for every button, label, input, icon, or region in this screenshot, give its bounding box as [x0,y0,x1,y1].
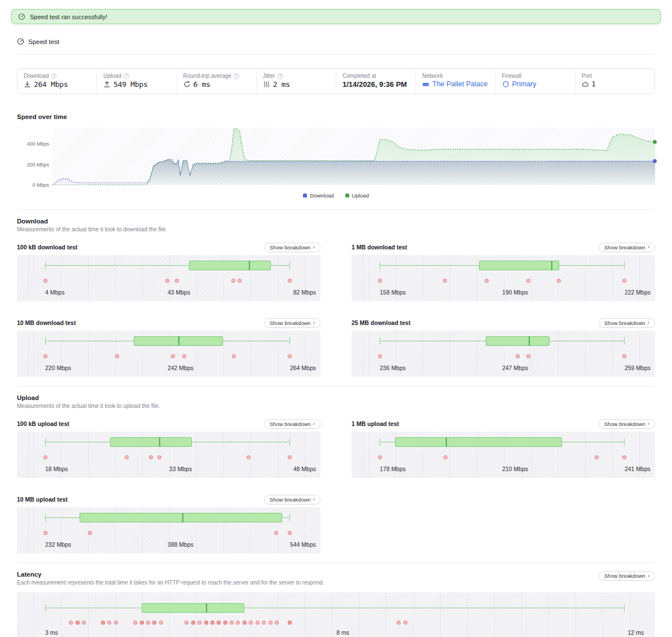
sample-dot [443,455,447,459]
chevron-right-icon: › [313,497,315,502]
info-icon[interactable]: ? [277,73,283,79]
boxplot-chart: 4 Mbps43 Mbps82 Mbps [17,255,320,301]
stat-value: 1 [582,80,648,88]
sample-dot [262,621,266,625]
stat-label: Download? [24,73,90,79]
stat-value[interactable]: The Pallet Palace (5... [422,80,489,88]
speed-area-chart [52,128,655,185]
sample-dot [288,279,292,283]
stat-label: Jitter? [263,73,330,79]
sample-dot [378,455,382,459]
info-icon[interactable]: ? [51,73,56,79]
1-mb-download-test-card: 1 MB download testShow breakdown›158 Mbp… [352,243,655,301]
legend-swatch [303,194,307,197]
boxplot-box [189,261,270,270]
sample-dot [223,621,227,625]
test-title: 10 MB download test [17,319,76,326]
show-breakdown-button[interactable]: Show breakdown› [599,419,655,429]
sample-dot [101,621,105,625]
stat-value: 6 ms [183,80,250,89]
sample-dot [238,279,241,283]
sample-dot [247,455,251,459]
card-header: 10 MB download testShow breakdown› [17,318,320,327]
stat-port: Port1 [575,69,655,94]
banner-text: Speed test ran successfully! [30,14,107,20]
show-breakdown-button[interactable]: Show breakdown› [264,243,320,252]
axis-max-label: 264 Mbps [290,364,316,371]
sample-dot [622,455,626,459]
show-breakdown-button[interactable]: Show breakdown› [599,318,655,328]
sample-dot [516,354,520,358]
100-kb-upload-test-card: 100 kB upload testShow breakdown›18 Mbps… [17,419,320,478]
sample-dot [622,354,626,358]
axis-max-label: 259 Mbps [625,364,651,371]
latency-section: Latency Each measurement represents the … [17,563,655,637]
axis-mid-label: 388 Mbps [168,541,194,548]
section-title: Upload [17,394,655,401]
card-header: 100 kB download testShow breakdown› [17,243,320,252]
sample-dot [43,455,47,459]
sample-dot [526,354,530,358]
sample-dot [159,621,163,625]
boxplot-median [446,437,447,447]
axis-labels: 18 Mbps33 Mbps48 Mbps [45,465,316,472]
show-breakdown-button[interactable]: Show breakdown› [264,419,320,429]
whisker-cap [45,337,46,345]
sample-dot [149,455,153,459]
show-breakdown-button[interactable]: Show breakdown› [264,318,320,328]
stat-label: Network [422,73,489,79]
sample-dot [378,354,382,358]
sample-dot [526,279,530,283]
boxplot-chart: 178 Mbps210 Mbps241 Mbps [352,432,655,478]
whisker-cap [380,262,380,269]
axis-mid-label: 43 Mbps [168,289,190,296]
axis-min-label: 178 Mbps [380,465,406,472]
sample-dot [165,279,169,283]
whisker-cap [624,337,625,345]
test-title: 10 MB upload test [17,496,68,503]
card-header: 1 MB download testShow breakdown› [352,243,655,252]
section-subtitle: Measurements of the actual time it took … [17,226,655,232]
divider [17,54,655,55]
y-axis-tick: 400 Mbps [27,141,49,147]
section-subtitle: Each measurement represents the total ti… [17,579,324,586]
sample-dot [152,621,156,625]
summary-stats-card: Download?264 MbpsUpload?549 MbpsRound-tr… [17,68,655,94]
show-breakdown-button[interactable]: Show breakdown› [264,495,320,504]
boxplot-median [178,336,179,346]
10-mb-upload-test-card: 10 MB upload testShow breakdown›232 Mbps… [17,495,320,553]
boxplot-chart: 220 Mbps242 Mbps264 Mbps [17,331,320,377]
stat-label: Round-trip average? [183,73,250,79]
sample-dot [204,621,208,625]
axis-mid-label: 247 Mbps [502,364,528,371]
sample-dot [82,621,86,625]
axis-max-label: 48 Mbps [293,465,316,472]
axis-min-label: 158 Mbps [380,289,406,296]
axis-max-label: 12 ms [627,629,644,636]
sample-dot [43,279,47,283]
stat-upload: Upload?549 Mbps [96,69,176,94]
sample-dot [230,621,234,625]
stat-completed-at: Completed at1/14/2026, 9:36 PM [336,69,415,94]
card-header: 25 MB download testShow breakdown› [352,318,655,327]
speedometer-icon [18,13,25,20]
info-icon[interactable]: ? [124,73,129,79]
axis-labels: 4 Mbps43 Mbps82 Mbps [45,289,316,296]
info-icon[interactable]: ? [234,73,239,79]
test-title: 100 kB upload test [17,420,69,427]
show-breakdown-button[interactable]: Show breakdown› [599,243,655,252]
whisker-cap [380,438,380,446]
page-header: Speed test [17,38,655,54]
stat-value[interactable]: Primary [502,80,569,88]
sample-dot [133,621,137,625]
sample-dot [274,531,278,535]
sample-dot [288,455,292,459]
boxplot-box [80,513,282,522]
section-title: Latency [17,571,324,578]
roundtrip-icon [183,81,191,88]
stat-value: 2 ms [263,80,330,89]
sample-dot [288,531,292,535]
chevron-right-icon: › [313,421,315,427]
show-breakdown-button[interactable]: Show breakdown› [599,571,655,581]
100-kb-download-test-card: 100 kB download testShow breakdown›4 Mbp… [17,243,320,301]
